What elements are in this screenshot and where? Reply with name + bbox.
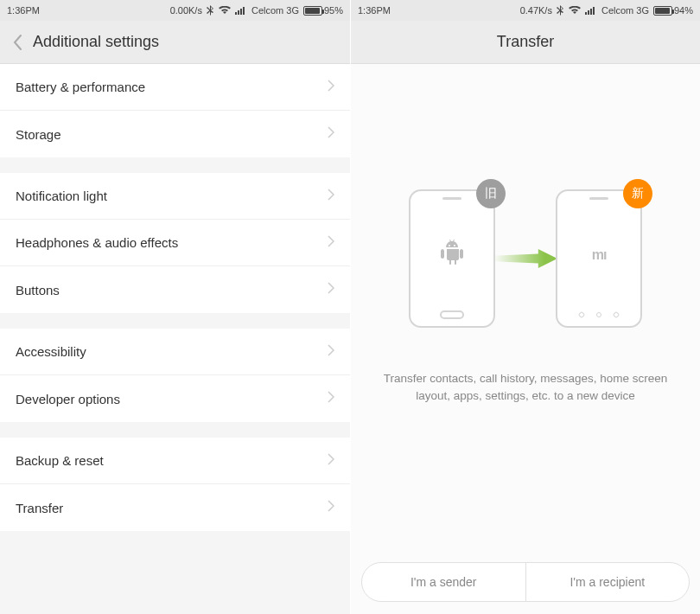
transfer-illustration: 旧 mı 新 bbox=[409, 185, 642, 332]
row-battery-performance[interactable]: Battery & performance bbox=[0, 64, 350, 111]
status-carrier: Celcom 3G bbox=[601, 5, 649, 16]
row-label: Notification light bbox=[16, 189, 107, 203]
screenshot-left: 1:36PM 0.00K/s Celcom 3G 95% Additional … bbox=[0, 0, 350, 614]
status-right: 0.47K/s Celcom 3G 94% bbox=[520, 5, 693, 16]
mi-logo-icon: mı bbox=[592, 247, 607, 263]
status-speed: 0.00K/s bbox=[170, 5, 202, 16]
svg-rect-5 bbox=[588, 10, 589, 15]
row-label: Headphones & audio effects bbox=[16, 235, 178, 250]
svg-rect-3 bbox=[243, 7, 245, 15]
status-bar: 1:36PM 0.47K/s Celcom 3G 94% bbox=[351, 0, 700, 21]
row-label: Battery & performance bbox=[16, 80, 145, 94]
chevron-right-icon bbox=[328, 126, 334, 142]
transfer-arrow-icon bbox=[493, 249, 557, 268]
nav-bar: Transfer bbox=[351, 21, 700, 64]
chevron-right-icon bbox=[328, 189, 334, 204]
row-developer-options[interactable]: Developer options bbox=[0, 375, 350, 422]
status-battery-pct: 94% bbox=[674, 5, 693, 16]
page-title: Additional settings bbox=[33, 33, 159, 51]
sender-button[interactable]: I'm a sender bbox=[362, 563, 525, 601]
svg-rect-1 bbox=[238, 10, 239, 15]
row-headphones-audio[interactable]: Headphones & audio effects bbox=[0, 220, 350, 266]
screenshot-right: 1:36PM 0.47K/s Celcom 3G 94% Transfer bbox=[350, 0, 700, 614]
settings-list[interactable]: Battery & performance Storage Notificati… bbox=[0, 64, 350, 614]
bluetooth-icon bbox=[557, 5, 564, 16]
nav-bar: Additional settings bbox=[0, 21, 350, 64]
row-label: Accessibility bbox=[16, 344, 86, 359]
chevron-right-icon bbox=[328, 80, 334, 95]
row-storage[interactable]: Storage bbox=[0, 111, 350, 157]
settings-group: Notification light Headphones & audio ef… bbox=[0, 173, 350, 313]
svg-rect-4 bbox=[585, 12, 587, 15]
bluetooth-icon bbox=[207, 5, 214, 16]
battery-indicator: 94% bbox=[653, 5, 693, 16]
row-label: Buttons bbox=[16, 283, 60, 297]
status-carrier: Celcom 3G bbox=[251, 5, 299, 16]
chevron-right-icon bbox=[328, 235, 334, 251]
row-label: Transfer bbox=[16, 501, 63, 515]
chevron-right-icon bbox=[328, 282, 334, 297]
settings-group: Battery & performance Storage bbox=[0, 64, 350, 157]
status-time: 1:36PM bbox=[358, 5, 391, 16]
signal-icon bbox=[585, 6, 597, 15]
status-time: 1:36PM bbox=[7, 5, 40, 16]
wifi-icon bbox=[219, 6, 231, 15]
status-speed: 0.47K/s bbox=[520, 5, 552, 16]
svg-rect-2 bbox=[240, 9, 242, 15]
status-bar: 1:36PM 0.00K/s Celcom 3G 95% bbox=[0, 0, 350, 21]
transfer-buttons: I'm a sender I'm a recipient bbox=[361, 562, 690, 602]
svg-rect-7 bbox=[593, 7, 595, 15]
row-accessibility[interactable]: Accessibility bbox=[0, 329, 350, 375]
svg-rect-6 bbox=[590, 9, 592, 15]
status-right: 0.00K/s Celcom 3G 95% bbox=[170, 5, 343, 16]
back-button[interactable] bbox=[12, 34, 22, 51]
status-battery-pct: 95% bbox=[324, 5, 343, 16]
row-transfer[interactable]: Transfer bbox=[0, 484, 350, 531]
row-label: Developer options bbox=[16, 392, 120, 406]
chevron-right-icon bbox=[328, 344, 334, 360]
signal-icon bbox=[235, 6, 247, 15]
transfer-description: Transfer contacts, call history, message… bbox=[351, 370, 700, 406]
chevron-right-icon bbox=[328, 500, 334, 515]
chevron-right-icon bbox=[328, 453, 334, 469]
settings-group: Backup & reset Transfer bbox=[0, 438, 350, 531]
row-backup-reset[interactable]: Backup & reset bbox=[0, 438, 350, 484]
page-title: Transfer bbox=[497, 33, 554, 51]
chevron-right-icon bbox=[328, 391, 334, 406]
new-device-icon: mı 新 bbox=[556, 189, 642, 328]
row-label: Storage bbox=[16, 127, 61, 142]
row-buttons[interactable]: Buttons bbox=[0, 266, 350, 313]
recipient-button[interactable]: I'm a recipient bbox=[525, 563, 690, 601]
row-notification-light[interactable]: Notification light bbox=[0, 173, 350, 220]
settings-group: Accessibility Developer options bbox=[0, 329, 350, 422]
svg-rect-0 bbox=[235, 12, 237, 15]
new-badge: 新 bbox=[623, 179, 652, 208]
transfer-body: 旧 mı 新 Transfer contacts, call history, … bbox=[351, 64, 700, 614]
battery-indicator: 95% bbox=[303, 5, 343, 16]
wifi-icon bbox=[569, 6, 581, 15]
row-label: Backup & reset bbox=[16, 453, 104, 468]
android-icon bbox=[441, 240, 463, 269]
old-badge: 旧 bbox=[476, 179, 506, 208]
old-device-icon: 旧 bbox=[409, 189, 495, 328]
